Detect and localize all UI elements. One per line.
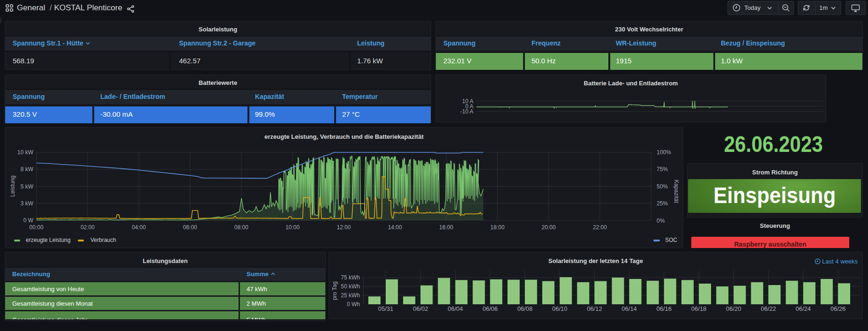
svg-text:20:00: 20:00 bbox=[542, 224, 556, 231]
svg-text:14:00: 14:00 bbox=[388, 224, 402, 231]
svg-text:06/20: 06/20 bbox=[726, 305, 741, 312]
svg-text:75 kWh: 75 kWh bbox=[341, 274, 360, 281]
svg-text:10:00: 10:00 bbox=[285, 224, 299, 231]
svg-text:25 kWh: 25 kWh bbox=[341, 292, 360, 299]
svg-text:06/14: 06/14 bbox=[621, 305, 637, 312]
svg-text:00:00: 00:00 bbox=[30, 224, 44, 231]
svg-text:06/24: 06/24 bbox=[796, 305, 811, 312]
svg-text:8 kW: 8 kW bbox=[21, 166, 34, 173]
svg-text:06/16: 06/16 bbox=[657, 305, 672, 312]
svg-text:3 kW: 3 kW bbox=[21, 200, 34, 207]
svg-text:-10 A: -10 A bbox=[460, 108, 473, 115]
svg-text:18:00: 18:00 bbox=[490, 224, 504, 231]
svg-text:06/26: 06/26 bbox=[831, 305, 846, 312]
svg-text:0 W: 0 W bbox=[23, 217, 34, 224]
svg-text:02:00: 02:00 bbox=[81, 224, 95, 231]
svg-text:06/02: 06/02 bbox=[413, 305, 428, 312]
svg-text:Kapazität: Kapazität bbox=[673, 180, 680, 203]
svg-text:12:00: 12:00 bbox=[337, 224, 351, 231]
svg-text:5 kW: 5 kW bbox=[21, 183, 34, 190]
svg-text:100%: 100% bbox=[657, 149, 671, 156]
svg-text:22:00: 22:00 bbox=[593, 224, 607, 231]
svg-text:Leistung: Leistung bbox=[9, 175, 16, 196]
svg-text:06/10: 06/10 bbox=[552, 305, 568, 312]
svg-text:50 kWh: 50 kWh bbox=[341, 283, 360, 290]
svg-text:05/31: 05/31 bbox=[378, 305, 394, 312]
svg-text:06:00: 06:00 bbox=[183, 224, 197, 231]
svg-text:50%: 50% bbox=[657, 183, 668, 190]
svg-text:0%: 0% bbox=[657, 218, 665, 224]
svg-text:06/06: 06/06 bbox=[482, 305, 498, 312]
svg-text:08:00: 08:00 bbox=[234, 224, 248, 231]
svg-text:06/08: 06/08 bbox=[517, 305, 533, 312]
svg-text:pro Tag: pro Tag bbox=[331, 281, 338, 300]
svg-text:06/12: 06/12 bbox=[587, 305, 602, 312]
svg-text:04:00: 04:00 bbox=[132, 224, 146, 231]
svg-text:25%: 25% bbox=[657, 200, 668, 207]
svg-text:16:00: 16:00 bbox=[439, 224, 453, 231]
svg-text:06/18: 06/18 bbox=[691, 305, 707, 312]
svg-text:75%: 75% bbox=[657, 166, 668, 173]
svg-text:06/22: 06/22 bbox=[761, 305, 776, 312]
svg-text:0 Wh: 0 Wh bbox=[347, 301, 360, 308]
svg-text:06/04: 06/04 bbox=[448, 305, 463, 312]
svg-text:10 kW: 10 kW bbox=[17, 149, 34, 156]
